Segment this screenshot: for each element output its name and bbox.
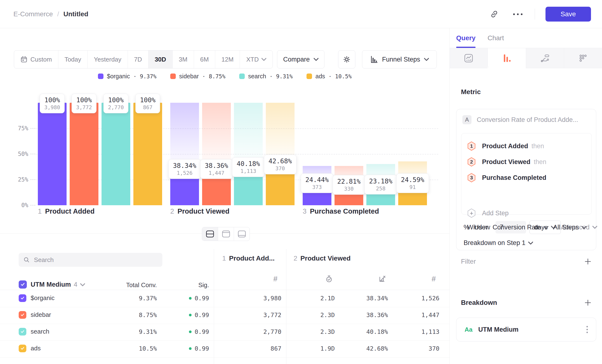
add-filter-button[interactable]: [584, 258, 591, 265]
tab-chart[interactable]: Chart: [488, 28, 504, 48]
breadcrumb-parent[interactable]: E-Commerce: [13, 10, 53, 18]
breadcrumb: E-Commerce / Untitled: [13, 0, 88, 28]
row-label: $organic: [31, 294, 54, 302]
row-checkbox[interactable]: [19, 311, 26, 319]
chevron-down-icon: [592, 226, 597, 229]
bar-value-label: 22.81%330: [333, 175, 365, 195]
significance-dot: [189, 331, 192, 333]
row-checkbox[interactable]: [19, 294, 26, 302]
measurement-scope-select[interactable]: All Steps: [553, 224, 586, 231]
funnel-step-2[interactable]: 2Product Viewedthen: [467, 154, 547, 170]
bar-percent: 100%: [76, 96, 92, 104]
table-row[interactable]: search9.31%0.992,7702.3D40.18%1,113: [0, 324, 450, 341]
step1-column-index: 1: [222, 255, 226, 262]
step-name: Purchase Completed: [310, 207, 379, 215]
chart-type-flows[interactable]: [526, 48, 564, 68]
cell-total-conv: 9.31%: [95, 328, 157, 335]
measurement-entity[interactable]: User: [474, 224, 488, 231]
chart-type-funnel[interactable]: [488, 48, 526, 68]
bar-percent: 38.34%: [173, 162, 196, 170]
funnel-step-1[interactable]: 1Product Addedthen: [467, 138, 544, 154]
bar-percent: 23.18%: [369, 177, 392, 185]
table-header-border: [0, 290, 450, 290]
share-link-button[interactable]: [488, 8, 501, 21]
step-hexagon-badge: 3: [467, 173, 476, 182]
sig-header[interactable]: Sig.: [173, 281, 209, 289]
significance-value: 0.99: [195, 345, 209, 352]
step-then-label: then: [534, 158, 547, 166]
breadcrumb-current[interactable]: Untitled: [64, 10, 88, 18]
filter-section-header: Filter: [461, 258, 591, 265]
conversion-rate-column-button[interactable]: [378, 275, 387, 283]
layout-table-only-button[interactable]: [234, 227, 249, 241]
cell-total-conv: 10.5%: [95, 345, 157, 352]
cell-significance: 0.99: [171, 311, 209, 319]
y-axis-tick-dash: [30, 205, 35, 205]
cell-avg-time: 2.3D: [272, 311, 335, 319]
cell-step1-count: 3,772: [219, 311, 281, 319]
step2-column-index: 2: [294, 255, 297, 262]
step-hexagon-badge: 2: [467, 157, 476, 167]
count-column-button[interactable]: #: [271, 275, 280, 283]
breakdown-item[interactable]: Aa UTM Medium: [456, 318, 596, 342]
query-panel: Query Chart: [450, 28, 602, 364]
cell-step2-count: 1,526: [377, 295, 440, 302]
select-all-checkbox[interactable]: [19, 280, 27, 289]
bar-ghost-sidebar-step2: [202, 103, 231, 166]
layout-split-button[interactable]: [202, 227, 218, 241]
measurement-metric-select[interactable]: Conversion Rate: [493, 224, 548, 231]
row-label: sidebar: [31, 311, 51, 319]
save-button[interactable]: Save: [546, 7, 591, 21]
breakdown-on-row: Breakdown on Step 1: [463, 239, 533, 247]
bar-search-step1[interactable]: [102, 103, 130, 205]
total-conv-header[interactable]: Total Conv.: [109, 281, 157, 289]
y-axis-tick: 50%: [4, 151, 28, 157]
step-number: 1: [470, 143, 473, 149]
cell-significance: 0.99: [171, 328, 209, 335]
count-column-button[interactable]: #: [429, 275, 438, 283]
bar-value-label: 100%867: [135, 94, 160, 113]
add-breakdown-button[interactable]: [584, 299, 591, 306]
chevron-down-icon: [80, 283, 85, 286]
table-row[interactable]: sidebar8.75%0.993,7722.3D38.36%1,447: [0, 307, 450, 324]
chart-type-insights[interactable]: [450, 48, 488, 68]
bar-ads-step1[interactable]: [133, 103, 162, 205]
y-axis-tick-dash: [30, 179, 35, 180]
tab-query[interactable]: Query: [456, 28, 476, 48]
breakdown-item-name: UTM Medium: [478, 326, 518, 333]
bar-value-label: 23.18%258: [365, 175, 397, 194]
breakdown-item-menu[interactable]: [586, 326, 588, 333]
search-input[interactable]: [34, 256, 158, 264]
metric-series-row[interactable]: A Conversion Rate of Product Adde...: [462, 115, 578, 124]
row-checkbox[interactable]: [19, 328, 26, 335]
bar-organic-step1[interactable]: [38, 103, 66, 205]
table-row[interactable]: ads10.5%0.998671.9D42.68%370: [0, 341, 450, 357]
bar-percent: 38.36%: [205, 162, 228, 170]
step-event-name: Product Added: [482, 142, 528, 150]
bar-percent: 100%: [108, 96, 124, 104]
funnel-step-3[interactable]: 3Purchase Completed: [467, 170, 547, 186]
table-row[interactable]: $organic9.37%0.993,9802.1D38.34%1,526: [0, 290, 450, 307]
time-to-convert-column-button[interactable]: [325, 275, 333, 283]
panel-tabs: Query Chart: [456, 28, 504, 48]
bar-sidebar-step1[interactable]: [70, 103, 98, 205]
breakdown-column-header[interactable]: UTM Medium 4: [31, 281, 85, 288]
table-search: [19, 253, 162, 267]
y-axis-tick-dash: [30, 154, 35, 154]
header-divider: [535, 9, 535, 20]
layout-chart-only-button[interactable]: [218, 227, 234, 241]
breakdown-section-header: Breakdown: [461, 299, 591, 307]
cell-total-conv: 9.37%: [95, 295, 157, 302]
chart-type-retention[interactable]: [564, 48, 602, 68]
check-icon: [20, 313, 25, 317]
bar-count: 3,980: [44, 104, 60, 111]
more-menu-button[interactable]: [511, 8, 524, 21]
breakdown-on-select[interactable]: Breakdown on Step 1: [463, 239, 533, 247]
retention-icon: [578, 53, 588, 64]
add-step-button[interactable]: + Add Step: [467, 205, 509, 221]
bar-count: 3,772: [76, 104, 92, 111]
bar-count: 91: [401, 184, 424, 191]
step2-column-header: 2 Product Viewed: [294, 255, 351, 262]
step-number: 3: [470, 175, 473, 181]
row-checkbox[interactable]: [19, 345, 26, 352]
